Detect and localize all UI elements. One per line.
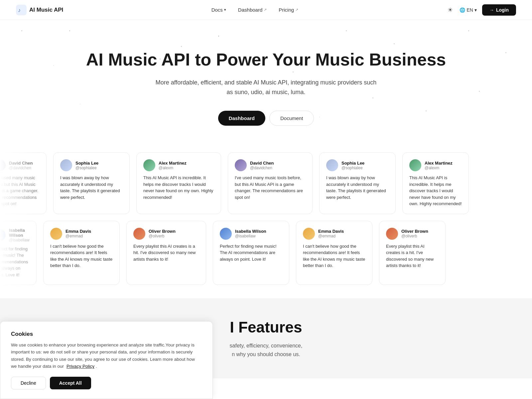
docs-arrow-icon: ▾	[224, 8, 226, 12]
avatar	[386, 228, 398, 240]
user-handle: @davidchen	[250, 166, 274, 170]
cookie-buttons: Decline Accept All	[11, 377, 202, 389]
testimonials-row-1: David Chen @davidchen I've used many mus…	[0, 152, 469, 214]
user-name: Emma Davis	[66, 229, 91, 234]
user-handle: @oliverb	[149, 234, 176, 238]
navbar: ♪ AI Music API Docs ▾ Dashboard ↗ Pricin…	[0, 0, 532, 20]
avatar	[0, 229, 6, 241]
dashboard-ext-icon: ↗	[264, 8, 267, 12]
avatar	[235, 159, 247, 171]
user-name: Alex Martinez	[425, 161, 453, 166]
list-item: Oliver Brown @oliverb Every playlist thi…	[379, 221, 446, 285]
hero-section: AI Music API to Power Your Music Busines…	[0, 20, 532, 149]
avatar	[303, 228, 315, 240]
docs-label: Docs	[211, 7, 223, 13]
fade-right	[479, 149, 532, 298]
hero-subtitle: More affordable, efficient, and stable A…	[153, 78, 379, 97]
testimonial-text: This AI Music API is incredible. It help…	[143, 175, 214, 200]
list-item: Emma Davis @emmad I can't believe how go…	[43, 221, 120, 285]
globe-icon: 🌐	[460, 7, 465, 13]
list-item: Oliver Brown @oliverb Every playlist thi…	[126, 221, 206, 285]
user-name: Sophia Lee	[75, 161, 98, 166]
user-handle: @alexm	[159, 166, 187, 170]
testimonials-section: David Chen @davidchen I've used many mus…	[0, 149, 532, 298]
testimonial-text: I was blown away by how accurately it un…	[326, 175, 389, 200]
privacy-policy-link[interactable]: Privacy Policy	[66, 364, 94, 369]
nav-right: ☀ 🌐 EN ▾ → Login	[446, 4, 516, 16]
lang-arrow-icon: ▾	[474, 7, 477, 13]
testimonial-text: I've used many music tools before, but t…	[235, 175, 306, 200]
pricing-label: Pricing	[279, 7, 294, 13]
testimonial-text: Perfect for finding new music! The AI re…	[220, 243, 282, 263]
user-name: Isabella Wilson	[9, 228, 30, 238]
lang-label: EN	[466, 7, 473, 13]
user-name: David Chen	[9, 161, 33, 166]
accept-all-button[interactable]: Accept All	[50, 377, 91, 389]
list-item: Sophia Lee @sophialee I was blown away b…	[319, 152, 396, 214]
testimonials-row-2: Isabella Wilson @isabellaw Perfect for f…	[0, 221, 446, 285]
user-name: Alex Martinez	[159, 161, 187, 166]
user-name: Oliver Brown	[149, 229, 176, 234]
hero-title: AI Music API to Power Your Music Busines…	[16, 50, 516, 70]
document-button[interactable]: Document	[269, 111, 314, 126]
avatar	[326, 159, 338, 171]
cookie-body-text: We use cookies to enhance your browsing …	[11, 342, 195, 369]
list-item: Isabella Wilson @isabellaw Perfect for f…	[0, 221, 37, 285]
testimonial-text: I can't believe how good the recommendat…	[50, 243, 113, 269]
testimonial-text: I've used many music tools but this AI M…	[0, 175, 40, 207]
user-handle: @sophialee	[75, 166, 98, 170]
dashboard-label: Dashboard	[238, 7, 262, 13]
avatar	[133, 228, 145, 240]
list-item: David Chen @davidchen I've used many mus…	[228, 152, 313, 214]
user-handle: @isabellaw	[235, 234, 266, 238]
pricing-ext-icon: ↗	[295, 8, 298, 12]
user-handle: @emmad	[66, 234, 91, 238]
cookie-title: Cookies	[11, 331, 202, 337]
svg-rect-0	[16, 5, 27, 15]
list-item: Sophia Lee @sophialee I was blown away b…	[53, 152, 130, 214]
nav-link-pricing[interactable]: Pricing ↗	[279, 7, 298, 13]
login-button[interactable]: → Login	[482, 4, 516, 16]
login-icon: →	[489, 7, 494, 13]
testimonial-text: Every playlist this AI creates is a hit.…	[133, 243, 199, 263]
testimonial-text: This AI Music API is incredible. It help…	[409, 175, 462, 207]
decline-button[interactable]: Decline	[11, 377, 46, 389]
list-item: Isabella Wilson @isabellaw Perfect for f…	[213, 221, 289, 285]
list-item: Alex Martinez @alexm This AI Music API i…	[402, 152, 469, 214]
user-handle: @emmad	[318, 234, 344, 238]
testimonial-text: Perfect for finding new music! The recom…	[0, 246, 30, 278]
user-handle: @alexm	[425, 166, 453, 170]
theme-toggle-button[interactable]: ☀	[446, 5, 454, 15]
list-item: David Chen @davidchen I've used many mus…	[0, 152, 47, 214]
avatar	[50, 228, 62, 240]
nav-logo[interactable]: ♪ AI Music API	[16, 5, 63, 15]
nav-link-docs[interactable]: Docs ▾	[211, 7, 226, 13]
features-title-prefix: I Features	[230, 319, 302, 336]
user-handle: @davidchen	[9, 166, 33, 170]
user-name: Oliver Brown	[401, 229, 428, 234]
user-name: David Chen	[250, 161, 274, 166]
logo-text: AI Music API	[29, 7, 63, 13]
user-handle: @isabellaw	[9, 238, 30, 242]
cookie-period: .	[96, 364, 97, 369]
cookie-banner: Cookies We use cookies to enhance your b…	[0, 321, 213, 399]
logo-icon: ♪	[16, 5, 27, 15]
avatar	[60, 159, 72, 171]
avatar	[143, 159, 155, 171]
user-name: Sophia Lee	[341, 161, 364, 166]
user-name: Emma Davis	[318, 229, 344, 234]
nav-link-dashboard[interactable]: Dashboard ↗	[238, 7, 267, 13]
avatar	[220, 228, 232, 240]
avatar	[0, 159, 6, 171]
nav-links: Docs ▾ Dashboard ↗ Pricing ↗	[211, 7, 298, 13]
testimonial-text: Every playlist this AI creates is a hit.…	[386, 243, 439, 269]
language-button[interactable]: 🌐 EN ▾	[460, 7, 476, 13]
user-handle: @oliverb	[401, 234, 428, 238]
hero-buttons: Dashboard Document	[16, 111, 516, 126]
user-handle: @sophialee	[341, 166, 364, 170]
user-name: Isabella Wilson	[235, 229, 266, 234]
testimonial-text: I can't believe how good the recommendat…	[303, 243, 365, 269]
dashboard-button[interactable]: Dashboard	[218, 111, 265, 126]
cookie-text: We use cookies to enhance your browsing …	[11, 341, 202, 370]
svg-text:♪: ♪	[18, 7, 21, 13]
